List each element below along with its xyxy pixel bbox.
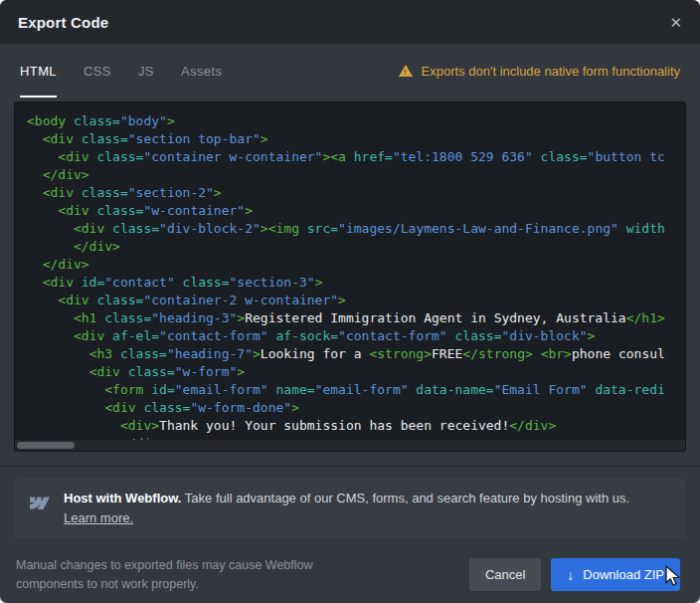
banner-bold-text: Host with Webflow. [64, 491, 181, 505]
code-line: </div> [27, 256, 685, 274]
export-code-dialog: Export Code ✕ HTMLCSSJSAssets Exports do… [0, 0, 700, 603]
tab-css[interactable]: CSS [84, 44, 111, 98]
code-line: <div>Thank you! Your submission has been… [27, 417, 685, 435]
host-banner-section: Host with Webflow. Take full advantage o… [0, 466, 700, 550]
download-zip-button[interactable]: ↓ Download ZIP [551, 558, 680, 591]
code-line: </div> [27, 238, 685, 256]
footer-actions: Cancel ↓ Download ZIP [469, 558, 680, 591]
code-line: <div class="div-block-2"><img src="image… [27, 220, 685, 238]
footer-note: Manual changes to exported files may cau… [16, 556, 354, 592]
code-line: <div class="w-form-done"> [27, 399, 685, 417]
tab-html[interactable]: HTML [20, 44, 57, 98]
banner-text: Host with Webflow. Take full advantage o… [64, 489, 629, 527]
tab-bar: HTMLCSSJSAssets [20, 44, 249, 98]
dialog-header: Export Code ✕ [0, 0, 700, 44]
code-line: <div class="container-2 w-container"> [27, 292, 685, 309]
code-line: <div af-el="contact-form" af-sock="conta… [27, 327, 685, 345]
tab-strip: HTMLCSSJSAssets Exports don't include na… [0, 44, 700, 98]
warning-triangle-icon [399, 65, 413, 77]
code-panel[interactable]: <body class="body"> <div class="section … [14, 101, 686, 452]
tab-js[interactable]: JS [138, 44, 154, 98]
code-line: <div class="container w-container"><a hr… [27, 148, 685, 166]
banner-body-text: Take full advantage of our CMS, forms, a… [185, 491, 629, 505]
code-line: <div id="contact" class="section-3"> [27, 274, 685, 292]
cancel-button[interactable]: Cancel [469, 558, 541, 591]
close-icon[interactable]: ✕ [669, 15, 682, 30]
download-arrow-icon: ↓ [567, 568, 574, 582]
code-line: <form id="email-form" name="email-form" … [27, 381, 685, 399]
horizontal-scrollbar-thumb[interactable] [17, 442, 75, 449]
horizontal-scrollbar[interactable] [15, 440, 685, 451]
dialog-title: Export Code [18, 14, 108, 31]
warning-text: Exports don't include native form functi… [422, 64, 680, 79]
code-content: <body class="body"> <div class="section … [15, 102, 685, 452]
code-line: <div class="w-container"> [27, 202, 685, 220]
dialog-footer: Manual changes to exported files may cau… [0, 550, 700, 603]
code-line: <div class="section top-bar"> [27, 130, 685, 148]
host-banner: Host with Webflow. Take full advantage o… [14, 479, 686, 538]
webflow-logo-icon [30, 492, 50, 527]
code-line: <div class="section-2"> [27, 184, 685, 202]
download-zip-label: Download ZIP [583, 567, 664, 582]
code-line: <h3 class="heading-7">Looking for a <str… [27, 345, 685, 363]
code-line: <div class="w-form"> [27, 363, 685, 381]
learn-more-link[interactable]: Learn more. [64, 508, 133, 528]
code-line: </div> [27, 166, 685, 184]
code-line: <h1 class="heading-3">Registered Immigra… [27, 309, 685, 327]
code-line: <body class="body"> [27, 112, 685, 130]
tab-assets[interactable]: Assets [181, 44, 222, 98]
form-functionality-warning: Exports don't include native form functi… [399, 64, 680, 79]
